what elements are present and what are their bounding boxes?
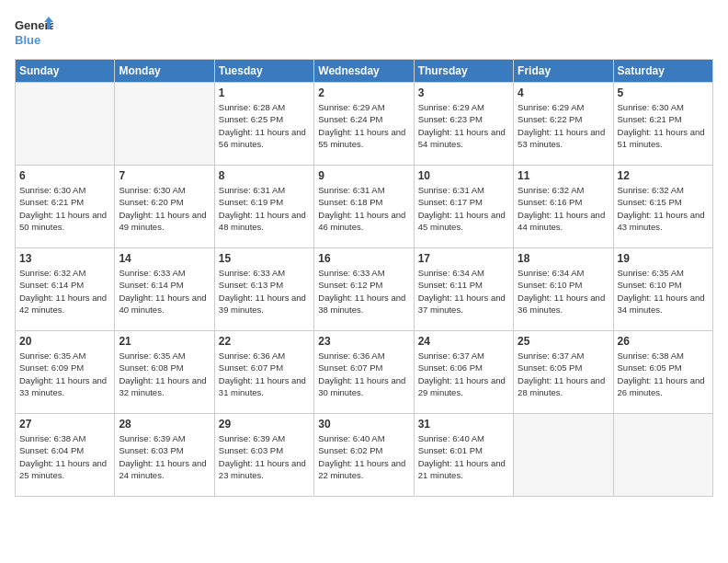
day-info: Sunrise: 6:32 AMSunset: 6:16 PMDaylight:… — [518, 184, 609, 233]
calendar-cell: 24Sunrise: 6:37 AMSunset: 6:06 PMDayligh… — [414, 331, 513, 414]
weekday-header-friday: Friday — [514, 60, 613, 83]
logo-text: General Blue — [15, 15, 53, 50]
day-info: Sunrise: 6:30 AMSunset: 6:21 PMDaylight:… — [19, 184, 110, 233]
day-info: Sunrise: 6:32 AMSunset: 6:14 PMDaylight:… — [19, 267, 110, 316]
day-number: 12 — [618, 169, 709, 182]
calendar-cell: 19Sunrise: 6:35 AMSunset: 6:10 PMDayligh… — [613, 248, 712, 331]
day-info: Sunrise: 6:33 AMSunset: 6:14 PMDaylight:… — [119, 267, 210, 316]
day-number: 4 — [518, 86, 609, 99]
day-info: Sunrise: 6:34 AMSunset: 6:10 PMDaylight:… — [518, 267, 609, 316]
day-number: 22 — [219, 335, 310, 348]
svg-text:Blue: Blue — [15, 33, 40, 47]
calendar-cell: 6Sunrise: 6:30 AMSunset: 6:21 PMDaylight… — [16, 166, 115, 248]
calendar-cell: 22Sunrise: 6:36 AMSunset: 6:07 PMDayligh… — [214, 331, 313, 414]
day-info: Sunrise: 6:38 AMSunset: 6:04 PMDaylight:… — [19, 432, 110, 481]
day-info: Sunrise: 6:31 AMSunset: 6:19 PMDaylight:… — [219, 184, 310, 233]
calendar-cell: 31Sunrise: 6:40 AMSunset: 6:01 PMDayligh… — [414, 414, 513, 497]
day-number: 19 — [618, 252, 709, 265]
calendar-week-2: 6Sunrise: 6:30 AMSunset: 6:21 PMDaylight… — [16, 166, 713, 248]
day-info: Sunrise: 6:37 AMSunset: 6:05 PMDaylight:… — [518, 350, 609, 398]
day-number: 23 — [318, 335, 409, 348]
weekday-header-row: SundayMondayTuesdayWednesdayThursdayFrid… — [16, 60, 713, 83]
day-number: 31 — [418, 418, 509, 431]
day-number: 2 — [318, 86, 409, 99]
day-number: 1 — [219, 86, 310, 99]
day-number: 5 — [618, 86, 709, 99]
day-info: Sunrise: 6:31 AMSunset: 6:18 PMDaylight:… — [318, 184, 409, 233]
weekday-header-wednesday: Wednesday — [314, 60, 414, 83]
day-number: 25 — [518, 335, 609, 348]
calendar-cell: 16Sunrise: 6:33 AMSunset: 6:12 PMDayligh… — [314, 248, 414, 331]
calendar-table: SundayMondayTuesdayWednesdayThursdayFrid… — [15, 59, 713, 497]
logo-svg: General Blue — [15, 15, 53, 50]
day-info: Sunrise: 6:31 AMSunset: 6:17 PMDaylight:… — [418, 184, 509, 233]
weekday-header-saturday: Saturday — [613, 60, 712, 83]
day-number: 20 — [19, 335, 110, 348]
calendar-cell: 15Sunrise: 6:33 AMSunset: 6:13 PMDayligh… — [214, 248, 313, 331]
day-number: 8 — [219, 169, 310, 182]
day-info: Sunrise: 6:30 AMSunset: 6:21 PMDaylight:… — [618, 101, 709, 150]
day-info: Sunrise: 6:29 AMSunset: 6:22 PMDaylight:… — [518, 101, 609, 150]
day-number: 6 — [19, 169, 110, 182]
day-number: 9 — [318, 169, 409, 182]
day-info: Sunrise: 6:33 AMSunset: 6:12 PMDaylight:… — [318, 267, 409, 316]
calendar-cell — [613, 414, 712, 497]
day-info: Sunrise: 6:39 AMSunset: 6:03 PMDaylight:… — [219, 432, 310, 481]
calendar-cell: 27Sunrise: 6:38 AMSunset: 6:04 PMDayligh… — [16, 414, 115, 497]
calendar-cell: 23Sunrise: 6:36 AMSunset: 6:07 PMDayligh… — [314, 331, 414, 414]
calendar-cell: 28Sunrise: 6:39 AMSunset: 6:03 PMDayligh… — [115, 414, 214, 497]
calendar-cell: 12Sunrise: 6:32 AMSunset: 6:15 PMDayligh… — [613, 166, 712, 248]
day-info: Sunrise: 6:35 AMSunset: 6:09 PMDaylight:… — [19, 350, 110, 398]
calendar-week-3: 13Sunrise: 6:32 AMSunset: 6:14 PMDayligh… — [16, 248, 713, 331]
calendar-week-1: 1Sunrise: 6:28 AMSunset: 6:25 PMDaylight… — [16, 83, 713, 166]
calendar-cell: 18Sunrise: 6:34 AMSunset: 6:10 PMDayligh… — [514, 248, 613, 331]
day-info: Sunrise: 6:34 AMSunset: 6:11 PMDaylight:… — [418, 267, 509, 316]
calendar-cell: 2Sunrise: 6:29 AMSunset: 6:24 PMDaylight… — [314, 83, 414, 166]
weekday-header-tuesday: Tuesday — [214, 60, 313, 83]
day-number: 15 — [219, 252, 310, 265]
calendar-cell: 4Sunrise: 6:29 AMSunset: 6:22 PMDaylight… — [514, 83, 613, 166]
day-number: 3 — [418, 86, 509, 99]
day-number: 29 — [219, 418, 310, 431]
calendar-cell: 1Sunrise: 6:28 AMSunset: 6:25 PMDaylight… — [214, 83, 313, 166]
day-number: 18 — [518, 252, 609, 265]
calendar-cell: 30Sunrise: 6:40 AMSunset: 6:02 PMDayligh… — [314, 414, 414, 497]
day-number: 11 — [518, 169, 609, 182]
logo: General Blue — [15, 15, 53, 50]
calendar-cell: 17Sunrise: 6:34 AMSunset: 6:11 PMDayligh… — [414, 248, 513, 331]
calendar-cell: 26Sunrise: 6:38 AMSunset: 6:05 PMDayligh… — [613, 331, 712, 414]
calendar-cell: 20Sunrise: 6:35 AMSunset: 6:09 PMDayligh… — [16, 331, 115, 414]
day-info: Sunrise: 6:40 AMSunset: 6:02 PMDaylight:… — [318, 432, 409, 481]
calendar-cell — [115, 83, 214, 166]
calendar-cell: 25Sunrise: 6:37 AMSunset: 6:05 PMDayligh… — [514, 331, 613, 414]
day-number: 17 — [418, 252, 509, 265]
day-number: 30 — [318, 418, 409, 431]
page-header: General Blue — [15, 15, 713, 50]
day-info: Sunrise: 6:29 AMSunset: 6:24 PMDaylight:… — [318, 101, 409, 150]
day-info: Sunrise: 6:37 AMSunset: 6:06 PMDaylight:… — [418, 350, 509, 398]
day-info: Sunrise: 6:35 AMSunset: 6:08 PMDaylight:… — [119, 350, 210, 398]
day-info: Sunrise: 6:29 AMSunset: 6:23 PMDaylight:… — [418, 101, 509, 150]
weekday-header-sunday: Sunday — [16, 60, 115, 83]
day-number: 7 — [119, 169, 210, 182]
day-info: Sunrise: 6:33 AMSunset: 6:13 PMDaylight:… — [219, 267, 310, 316]
calendar-cell — [16, 83, 115, 166]
day-info: Sunrise: 6:38 AMSunset: 6:05 PMDaylight:… — [618, 350, 709, 398]
day-number: 10 — [418, 169, 509, 182]
calendar-cell: 8Sunrise: 6:31 AMSunset: 6:19 PMDaylight… — [214, 166, 313, 248]
day-info: Sunrise: 6:39 AMSunset: 6:03 PMDaylight:… — [119, 432, 210, 481]
calendar-cell: 3Sunrise: 6:29 AMSunset: 6:23 PMDaylight… — [414, 83, 513, 166]
calendar-cell: 11Sunrise: 6:32 AMSunset: 6:16 PMDayligh… — [514, 166, 613, 248]
calendar-cell: 21Sunrise: 6:35 AMSunset: 6:08 PMDayligh… — [115, 331, 214, 414]
day-number: 21 — [119, 335, 210, 348]
day-number: 14 — [119, 252, 210, 265]
day-info: Sunrise: 6:28 AMSunset: 6:25 PMDaylight:… — [219, 101, 310, 150]
day-number: 16 — [318, 252, 409, 265]
day-info: Sunrise: 6:36 AMSunset: 6:07 PMDaylight:… — [219, 350, 310, 398]
day-info: Sunrise: 6:32 AMSunset: 6:15 PMDaylight:… — [618, 184, 709, 233]
weekday-header-thursday: Thursday — [414, 60, 513, 83]
calendar-cell: 9Sunrise: 6:31 AMSunset: 6:18 PMDaylight… — [314, 166, 414, 248]
calendar-week-4: 20Sunrise: 6:35 AMSunset: 6:09 PMDayligh… — [16, 331, 713, 414]
calendar-cell: 29Sunrise: 6:39 AMSunset: 6:03 PMDayligh… — [214, 414, 313, 497]
day-info: Sunrise: 6:40 AMSunset: 6:01 PMDaylight:… — [418, 432, 509, 481]
